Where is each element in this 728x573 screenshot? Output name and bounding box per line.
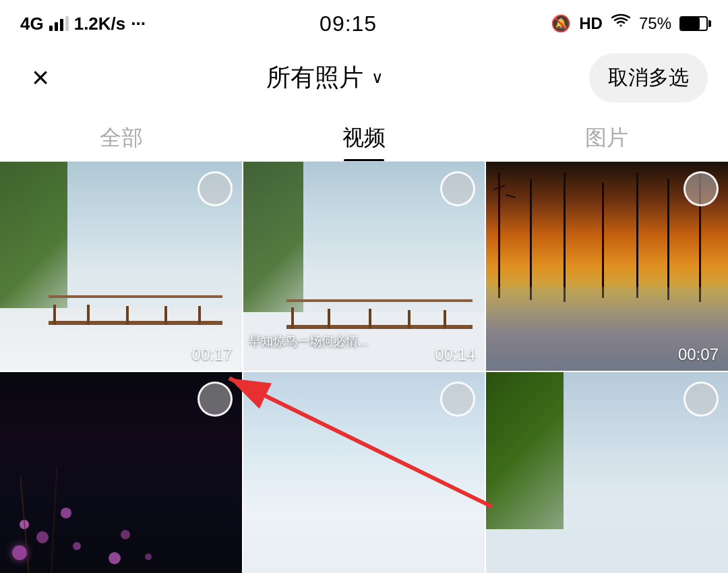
media-grid: 00:17 早知惊鸟一场何必情... 00:14 — [0, 162, 728, 573]
tab-video[interactable]: 视频 — [243, 123, 485, 161]
close-button[interactable]: × — [20, 57, 61, 98]
duration-3: 00:07 — [678, 345, 719, 364]
tab-all[interactable]: 全部 — [0, 123, 243, 161]
tab-video-label: 视频 — [342, 123, 386, 153]
signal-bar-2 — [55, 22, 58, 31]
media-item-3[interactable]: 00:07 — [486, 162, 728, 371]
signal-bar-1 — [49, 26, 53, 31]
status-time: 09:15 — [320, 11, 377, 36]
nav-bar: × 所有照片 ∨ 取消多选 — [0, 47, 728, 108]
media-item-6[interactable] — [486, 372, 728, 573]
select-circle-6[interactable] — [684, 382, 719, 417]
tab-image[interactable]: 图片 — [485, 123, 728, 161]
network-label: 4G — [20, 13, 44, 34]
album-title-text: 所有照片 — [266, 61, 363, 94]
media-item-2[interactable]: 早知惊鸟一场何必情... 00:14 — [243, 162, 485, 371]
select-circle-3[interactable] — [684, 171, 719, 206]
subtitle-2: 早知惊鸟一场何必情... — [249, 333, 448, 349]
album-title[interactable]: 所有照片 ∨ — [266, 61, 384, 94]
hd-label: HD — [579, 14, 603, 33]
ellipsis: ··· — [131, 13, 146, 34]
battery-fill — [681, 18, 700, 30]
tab-bar: 全部 视频 图片 — [0, 108, 728, 162]
duration-2: 00:14 — [435, 345, 475, 364]
media-item-4[interactable] — [0, 372, 242, 573]
duration-1: 00:17 — [192, 345, 233, 364]
wifi-icon — [611, 13, 631, 34]
status-left: 4G 1.2K/s ··· — [20, 13, 146, 34]
signal-bar-3 — [60, 19, 63, 31]
select-circle-1[interactable] — [198, 171, 233, 206]
battery-pct: 75% — [639, 14, 671, 33]
signal-bars — [49, 16, 69, 31]
tab-image-label: 图片 — [585, 123, 628, 153]
signal-bar-4 — [65, 16, 69, 31]
select-circle-2[interactable] — [440, 171, 475, 206]
chevron-down-icon: ∨ — [371, 68, 384, 87]
media-item-5[interactable] — [243, 372, 485, 573]
select-circle-5[interactable] — [440, 382, 475, 417]
network-speed: 1.2K/s — [74, 13, 126, 34]
cancel-multiselect-button[interactable]: 取消多选 — [589, 53, 708, 102]
status-right: 🔕 HD 75% — [551, 13, 708, 34]
status-bar: 4G 1.2K/s ··· 09:15 🔕 HD 75% — [0, 0, 728, 47]
mute-icon: 🔕 — [551, 14, 571, 33]
select-circle-4[interactable] — [198, 382, 233, 417]
battery-icon — [679, 16, 708, 31]
tab-all-label: 全部 — [100, 123, 143, 153]
media-item-1[interactable]: 00:17 — [0, 162, 242, 371]
